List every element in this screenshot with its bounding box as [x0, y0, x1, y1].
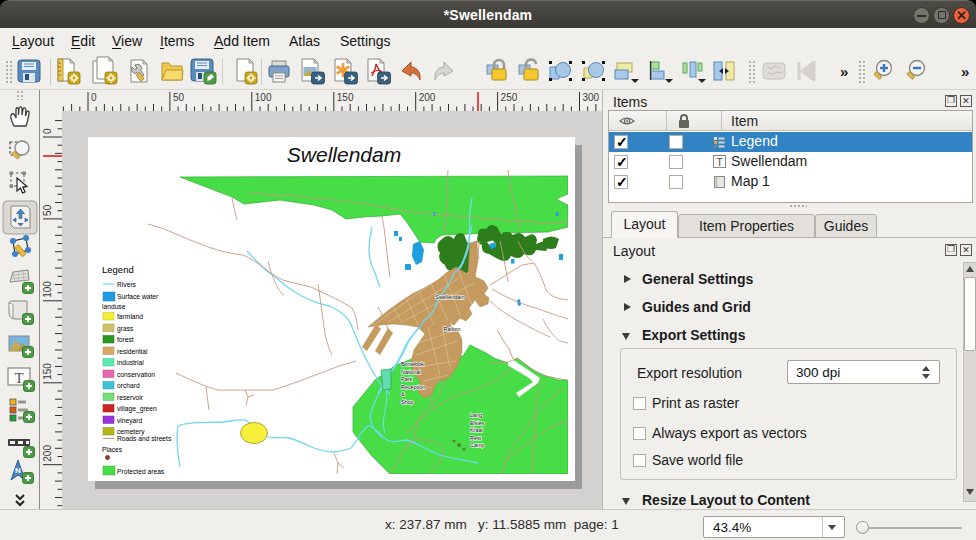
- svg-text:Swellendam: Swellendam: [435, 294, 465, 300]
- svg-text:Camp: Camp: [470, 442, 484, 448]
- svg-text:Lang: Lang: [470, 412, 482, 418]
- svg-text:grass: grass: [117, 325, 134, 333]
- svg-text:Kraal: Kraal: [470, 427, 483, 433]
- svg-text:150: 150: [337, 92, 354, 103]
- svg-text:250: 250: [501, 92, 518, 103]
- svg-text:Bontebok: Bontebok: [401, 361, 424, 367]
- svg-text:0: 0: [42, 128, 53, 134]
- svg-text:conservation: conservation: [117, 371, 155, 378]
- svg-text:T: T: [14, 370, 23, 386]
- svg-text:vineyard: vineyard: [117, 417, 143, 425]
- svg-text:100: 100: [42, 281, 53, 298]
- svg-text:100: 100: [255, 92, 272, 103]
- svg-text:Park: Park: [401, 376, 412, 382]
- svg-text:0: 0: [91, 92, 97, 103]
- svg-text:Rivers: Rivers: [117, 281, 137, 288]
- svg-text:reservoir: reservoir: [117, 394, 144, 401]
- svg-text:200: 200: [419, 92, 436, 103]
- svg-text:&: &: [401, 391, 405, 397]
- svg-text:Swellendam: Swellendam: [287, 143, 401, 166]
- svg-text:50: 50: [173, 92, 185, 103]
- svg-text:»: »: [840, 63, 848, 80]
- svg-text:50: 50: [42, 204, 53, 216]
- svg-text:farmland: farmland: [117, 313, 143, 320]
- svg-text:N: N: [15, 466, 21, 475]
- svg-text:Reception: Reception: [401, 384, 425, 390]
- svg-text:150: 150: [42, 363, 53, 380]
- svg-text:»: »: [961, 63, 969, 80]
- svg-text:Elsies: Elsies: [470, 420, 485, 426]
- svg-text:Places: Places: [102, 446, 123, 453]
- svg-text:village_green: village_green: [117, 405, 157, 413]
- svg-text:Surface water: Surface water: [117, 293, 159, 300]
- svg-text:industrial: industrial: [117, 359, 144, 366]
- svg-text:orchard: orchard: [117, 382, 140, 389]
- svg-text:300: 300: [583, 92, 600, 103]
- svg-text:Protected areas: Protected areas: [117, 468, 165, 475]
- svg-text:Roads and streets: Roads and streets: [117, 435, 172, 442]
- svg-text:Rest: Rest: [470, 435, 482, 441]
- svg-text:Railton: Railton: [444, 326, 461, 332]
- svg-text:National: National: [401, 369, 421, 375]
- svg-text:Legend: Legend: [102, 264, 134, 275]
- svg-text:Shop: Shop: [401, 399, 414, 405]
- svg-text:forest: forest: [117, 336, 134, 343]
- svg-text:landuse: landuse: [102, 303, 126, 310]
- svg-text:residential: residential: [117, 348, 148, 355]
- svg-text:200: 200: [42, 445, 53, 462]
